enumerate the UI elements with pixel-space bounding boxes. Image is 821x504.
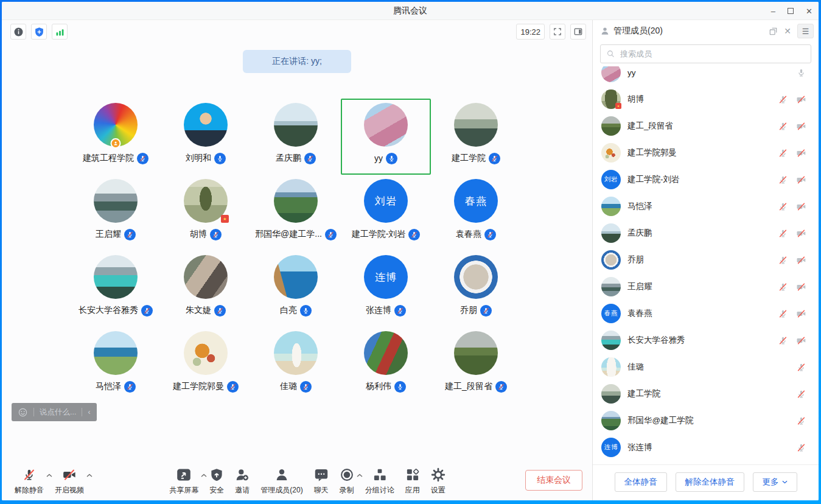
member-row[interactable]: 孟庆鹏 — [593, 220, 819, 247]
member-row[interactable]: 邢国华@建工学院 — [593, 407, 819, 434]
info-icon[interactable] — [10, 24, 26, 40]
toolbar-item-shield[interactable]: 安全 — [204, 460, 229, 500]
toolbar-item-invite[interactable]: 邀请 — [229, 460, 255, 500]
participant-tile[interactable]: 孟庆鹏 — [251, 99, 341, 175]
shield-plus-icon[interactable] — [31, 24, 47, 40]
member-status-icons — [778, 94, 806, 105]
member-row[interactable]: 佳璐 — [593, 354, 819, 380]
toolbar-item-label: 共享屏幕 — [169, 485, 198, 495]
member-name: 建工_段留省 — [627, 121, 771, 131]
member-name: 邢国华@建工学院 — [627, 415, 789, 426]
participant-name: 胡博 — [190, 229, 207, 240]
camera-muted-icon — [796, 148, 806, 158]
member-row[interactable]: 刘岩建工学院-刘岩 — [593, 166, 819, 193]
participant-avatar: 刘岩 — [364, 179, 408, 223]
participant-avatar — [94, 179, 138, 223]
chat-quick-bar[interactable]: 说点什么... ‹ — [12, 403, 97, 421]
flag-badge-icon: ★ — [221, 215, 229, 223]
chevron-up-icon[interactable] — [86, 474, 93, 477]
member-row[interactable]: 乔朋 — [593, 247, 819, 273]
toolbar-item-cam-off-dark[interactable]: 开启视频 — [49, 460, 89, 500]
participant-tile[interactable]: 长安大学谷雅秀 — [71, 251, 161, 327]
toolbar-item-gear[interactable]: 设置 — [425, 460, 451, 500]
member-row[interactable]: yy — [593, 66, 819, 86]
participant-tile[interactable]: 建工学院 — [431, 99, 521, 175]
toolbar-item-mic-off-dark[interactable]: 解除静音 — [9, 460, 49, 500]
toolbar-item-members[interactable]: 管理成员(20) — [255, 460, 308, 500]
toolbar-item-chat[interactable]: 聊天 — [309, 460, 334, 500]
participant-tile[interactable]: 刘明和 — [161, 99, 251, 175]
participant-avatar — [454, 255, 498, 299]
participant-name-row: 建工学院-刘岩 — [352, 228, 421, 240]
mic-muted-icon — [796, 389, 806, 399]
participant-tile[interactable]: 春燕袁春燕 — [431, 175, 521, 251]
mic-muted-badge-icon — [300, 381, 312, 393]
participant-tile[interactable]: ★胡博 — [161, 175, 251, 251]
participant-tile[interactable]: 马恺泽 — [71, 327, 161, 403]
member-row[interactable]: 长安大学谷雅秀 — [593, 327, 819, 354]
participant-tile[interactable]: 佳璐 — [251, 327, 341, 403]
member-row[interactable]: 马恺泽 — [593, 193, 819, 220]
network-signal-icon[interactable] — [52, 24, 68, 40]
camera-muted-icon — [796, 282, 806, 292]
participant-tile[interactable]: 白亮 — [251, 251, 341, 327]
participant-name-row: 建工学院郭曼 — [173, 380, 239, 393]
member-name: 佳璐 — [627, 362, 789, 373]
close-icon[interactable]: ✕ — [806, 7, 812, 15]
smiley-icon[interactable] — [18, 407, 28, 418]
participant-name: 建筑工程学院 — [83, 153, 134, 164]
member-avatar — [601, 384, 621, 404]
speaking-banner: 正在讲话: yy; — [243, 50, 351, 73]
participant-tile[interactable]: 邢国华@建工学... — [251, 175, 341, 251]
member-status-icons — [778, 121, 806, 131]
participant-tile[interactable]: 刘岩建工学院-刘岩 — [341, 175, 431, 251]
popout-icon[interactable] — [769, 27, 778, 36]
participant-tile[interactable]: 杨利伟 — [341, 327, 431, 403]
member-row[interactable]: 连博张连博 — [593, 434, 819, 461]
member-row[interactable]: 建工学院 — [593, 380, 819, 407]
toolbar-item-label: 解除静音 — [15, 485, 44, 495]
participant-name-row: 朱文婕 — [186, 304, 226, 317]
participant-tile[interactable]: 建工学院郭曼 — [161, 327, 251, 403]
participant-tile[interactable]: 建筑工程学院 — [71, 99, 161, 175]
unmute-all-button[interactable]: 解除全体静音 — [676, 472, 744, 492]
participant-tile[interactable]: 建工_段留省 — [431, 327, 521, 403]
toolbar-item-apps[interactable]: 应用 — [400, 460, 425, 500]
participant-tile[interactable]: 乔朋 — [431, 251, 521, 327]
participant-name: 孟庆鹏 — [276, 153, 301, 164]
participant-name-row: 邢国华@建工学... — [255, 228, 337, 240]
more-button[interactable]: 更多 — [753, 472, 797, 492]
top-toolbar: 19:22 — [2, 20, 592, 43]
member-row[interactable]: 建工_段留省 — [593, 113, 819, 139]
toolbar-item-share[interactable]: 共享屏幕 — [164, 460, 204, 500]
chat-quick-placeholder[interactable]: 说点什么... — [40, 407, 76, 418]
member-row[interactable]: 春燕袁春燕 — [593, 300, 819, 327]
participant-name-row: 王启耀 — [96, 228, 136, 240]
fullscreen-icon[interactable] — [550, 24, 565, 40]
collapse-arrow-icon[interactable]: ‹ — [88, 408, 90, 416]
bottom-toolbar: 解除静音开启视频 共享屏幕安全邀请管理成员(20)聊天录制分组讨论应用设置 结束… — [2, 460, 592, 500]
maximize-icon[interactable] — [788, 8, 794, 14]
end-meeting-button[interactable]: 结束会议 — [525, 470, 582, 491]
panel-close-icon[interactable]: ✕ — [784, 26, 791, 36]
panel-menu-icon[interactable]: ☰ — [797, 24, 814, 38]
minimize-icon[interactable]: – — [771, 7, 775, 15]
search-input[interactable] — [600, 44, 811, 63]
toolbar-item-record[interactable]: 录制 — [334, 460, 360, 500]
member-name: 袁春燕 — [627, 308, 771, 319]
layout-panel-icon[interactable] — [570, 24, 586, 40]
member-row[interactable]: 王启耀 — [593, 273, 819, 300]
toolbar-item-breakout[interactable]: 分组讨论 — [360, 460, 400, 500]
member-status-icons — [778, 201, 806, 212]
member-list[interactable]: yy★胡博建工_段留省建工学院郭曼刘岩建工学院-刘岩马恺泽孟庆鹏乔朋王启耀春燕袁… — [593, 66, 819, 464]
gear-icon — [431, 467, 445, 483]
member-row[interactable]: 建工学院郭曼 — [593, 139, 819, 166]
mute-all-button[interactable]: 全体静音 — [615, 472, 667, 492]
participant-tile[interactable]: 朱文婕 — [161, 251, 251, 327]
member-row[interactable]: ★胡博 — [593, 86, 819, 113]
participant-tile[interactable]: 连博张连博 — [341, 251, 431, 327]
participant-tile[interactable]: yy — [341, 99, 431, 175]
participant-name: 建工_段留省 — [445, 381, 492, 392]
participant-tile[interactable]: 王启耀 — [71, 175, 161, 251]
member-name: 张连博 — [627, 442, 789, 453]
